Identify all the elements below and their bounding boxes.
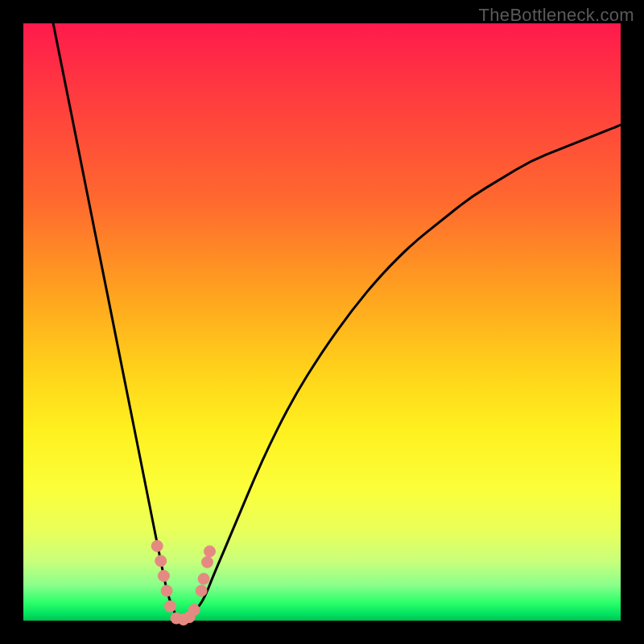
chart-stage: TheBottleneck.com [0, 0, 644, 644]
curve-marker [161, 585, 172, 597]
curve-marker [202, 556, 213, 568]
plot-area [23, 23, 621, 621]
curve-marker [155, 555, 167, 567]
bottleneck-curve [53, 23, 621, 621]
curve-marker [158, 570, 169, 581]
curve-marker [188, 605, 200, 616]
curve-marker [165, 601, 176, 612]
curve-marker [198, 573, 209, 584]
curve-marker [204, 546, 216, 557]
curve-marker [151, 540, 163, 551]
curve-marker [196, 585, 207, 597]
curve-markers [151, 540, 215, 625]
curve-layer [23, 23, 621, 621]
